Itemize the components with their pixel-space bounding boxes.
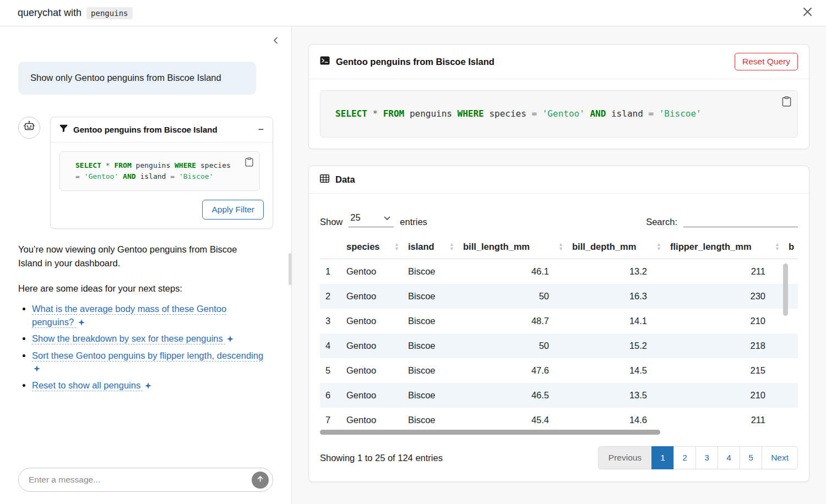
sort-icon: ▲▼ xyxy=(775,243,780,251)
user-message: Show only Gentoo penguins from Biscoe Is… xyxy=(18,62,256,95)
table-row[interactable]: 4GentooBiscoe5015.2218 xyxy=(320,333,798,358)
chat-input-bar xyxy=(18,468,273,492)
table-cell: 47.6 xyxy=(459,358,568,383)
table-cell: Biscoe xyxy=(404,383,459,408)
table-cell: 14.6 xyxy=(568,408,666,432)
page-length-control: Show 25 entries xyxy=(320,211,427,227)
column-header-island[interactable]: island▲▼ xyxy=(404,236,459,259)
column-header-species[interactable]: species▲▼ xyxy=(342,236,404,259)
titlebar: querychat with penguins xyxy=(0,0,826,26)
table-cell: 50 xyxy=(459,284,568,309)
table-cell: 46.5 xyxy=(459,383,568,408)
filter-funnel-icon xyxy=(59,124,68,135)
page-length-value: 25 xyxy=(350,212,360,223)
filter-card-body: SELECT * FROM penguins WHERE species = '… xyxy=(51,143,273,228)
copy-button[interactable] xyxy=(782,96,791,110)
show-label: Show xyxy=(320,217,343,227)
table-cell: 210 xyxy=(666,309,784,333)
table-header-row: species▲▼island▲▼bill_length_mm▲▼bill_de… xyxy=(320,236,798,259)
chat-sidebar: Show only Gentoo penguins from Biscoe Is… xyxy=(0,26,292,504)
sparkle-icon xyxy=(78,319,85,326)
table-cell: 46.1 xyxy=(459,259,568,284)
page-button-next[interactable]: Next xyxy=(762,446,798,469)
page-button-4[interactable]: 4 xyxy=(718,446,740,469)
table-row[interactable]: 5GentooBiscoe47.614.5215 xyxy=(320,358,798,383)
table-cell: 14.5 xyxy=(568,358,666,383)
table-row[interactable]: 1GentooBiscoe46.113.2211 xyxy=(320,259,798,284)
clipboard-icon xyxy=(782,98,791,109)
table-cell xyxy=(784,358,798,383)
app-title-text: querychat with xyxy=(18,7,81,19)
page-button-3[interactable]: 3 xyxy=(695,446,718,469)
sparkle-icon xyxy=(145,382,151,389)
suggestion-item: Reset to show all penguins xyxy=(32,379,265,392)
sort-icon: ▲▼ xyxy=(656,243,661,251)
table-cell: Biscoe xyxy=(404,309,459,333)
table-cell: 2 xyxy=(320,284,342,309)
table-cell: 7 xyxy=(320,408,342,432)
data-card-header: Data xyxy=(309,166,809,194)
query-card-header: Gentoo penguins from Biscoe Island Reset… xyxy=(309,45,809,79)
page-button-1[interactable]: 1 xyxy=(651,446,674,469)
suggestion-link[interactable]: Show the breakdown by sex for these peng… xyxy=(32,333,233,343)
search-input[interactable] xyxy=(683,213,798,227)
sql-code-block: SELECT * FROM penguins WHERE species = '… xyxy=(320,90,798,138)
sql-code-block: SELECT * FROM penguins WHERE species = '… xyxy=(59,151,260,191)
table-cell xyxy=(784,408,798,432)
page-button-2[interactable]: 2 xyxy=(673,446,696,469)
page-button-previous[interactable]: Previous xyxy=(598,446,652,469)
table-cell: Biscoe xyxy=(404,259,459,284)
sql-code: SELECT * FROM penguins WHERE species = '… xyxy=(335,108,702,119)
table-row[interactable]: 2GentooBiscoe5016.3230 xyxy=(320,284,798,309)
table-row[interactable]: 6GentooBiscoe46.513.5210 xyxy=(320,383,798,408)
column-header-bill_length_mm[interactable]: bill_length_mm▲▼ xyxy=(459,236,568,259)
chevron-left-icon xyxy=(272,37,279,46)
sparkle-icon xyxy=(34,365,40,372)
table-cell: Biscoe xyxy=(404,358,459,383)
panel-resize-handle[interactable] xyxy=(289,253,291,285)
page-button-5[interactable]: 5 xyxy=(740,446,762,469)
pagination: Previous12345Next xyxy=(598,446,798,469)
sidebar-collapse-button[interactable] xyxy=(272,36,279,47)
collapse-filter-card-button[interactable]: − xyxy=(258,124,264,134)
suggestion-link[interactable]: Sort these Gentoo penguins by flipper le… xyxy=(32,350,263,373)
message-input[interactable] xyxy=(29,475,252,485)
reset-query-button[interactable]: Reset Query xyxy=(735,53,798,70)
suggestion-item: Show the breakdown by sex for these peng… xyxy=(32,332,265,345)
table-row[interactable]: 7GentooBiscoe45.414.6211 xyxy=(320,408,798,432)
table-controls: Show 25 entries Search: xyxy=(320,211,798,227)
table-cell: Gentoo xyxy=(342,333,404,358)
page-length-select[interactable]: 25 xyxy=(349,211,394,227)
column-header-bill_depth_mm[interactable]: bill_depth_mm▲▼ xyxy=(568,236,666,259)
suggestion-link[interactable]: Reset to show all penguins xyxy=(32,380,151,390)
table-cell: 45.4 xyxy=(459,408,568,432)
bot-avatar xyxy=(18,117,40,139)
column-header-flipper_length_mm[interactable]: flipper_length_mm▲▼ xyxy=(666,236,784,259)
table-body: 1GentooBiscoe46.113.22112GentooBiscoe501… xyxy=(320,259,798,433)
assistant-message-1: You’re now viewing only Gentoo penguins … xyxy=(18,243,260,270)
query-card-title: Gentoo penguins from Biscoe Island xyxy=(336,57,494,67)
horizontal-scrollbar[interactable] xyxy=(320,430,660,435)
table-cell: Biscoe xyxy=(404,333,459,358)
sparkle-icon xyxy=(227,336,233,342)
robot-icon xyxy=(23,120,35,135)
table-cell: Gentoo xyxy=(342,284,404,309)
suggestion-link[interactable]: What is the average body mass of these G… xyxy=(32,304,226,326)
suggestion-item: Sort these Gentoo penguins by flipper le… xyxy=(32,349,265,375)
table-row[interactable]: 3GentooBiscoe48.714.1210 xyxy=(320,309,798,333)
assistant-turn: Gentoo penguins from Biscoe Island − SEL… xyxy=(18,117,273,229)
filter-card: Gentoo penguins from Biscoe Island − SEL… xyxy=(50,117,273,229)
apply-filter-button[interactable]: Apply Filter xyxy=(202,200,264,220)
send-button[interactable] xyxy=(252,472,269,489)
vertical-scrollbar[interactable] xyxy=(783,264,788,316)
close-button[interactable] xyxy=(802,7,813,19)
assistant-message-2: Here are some ideas for your next steps: xyxy=(18,282,260,295)
table-cell xyxy=(784,333,798,358)
table-cell: 15.2 xyxy=(568,333,666,358)
table-cell: 210 xyxy=(666,383,784,408)
column-header-index xyxy=(320,236,342,259)
table-cell: 4 xyxy=(320,333,342,358)
copy-button[interactable] xyxy=(245,157,253,170)
table-cell: 5 xyxy=(320,358,342,383)
table-footer: Showing 1 to 25 of 124 entries Previous1… xyxy=(320,446,798,469)
